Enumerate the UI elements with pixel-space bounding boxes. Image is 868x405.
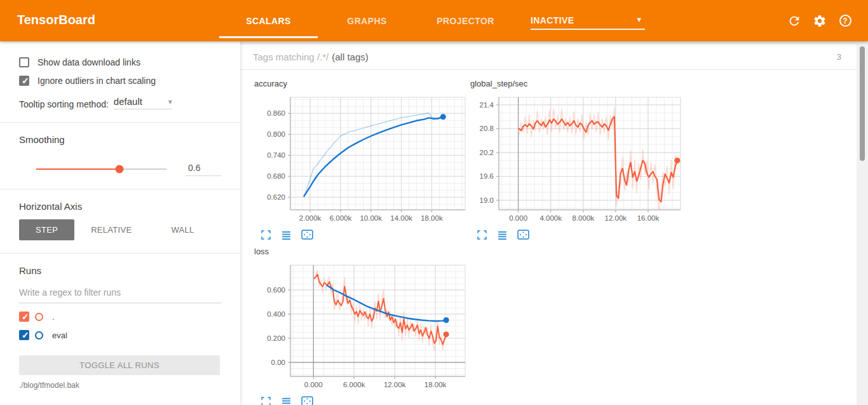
scrollbar-track[interactable] <box>857 41 868 405</box>
chevron-down-icon: ▾ <box>168 97 172 106</box>
runs-filter-input[interactable] <box>19 285 221 303</box>
svg-text:0.860: 0.860 <box>267 109 285 117</box>
svg-text:16.00k: 16.00k <box>637 214 660 222</box>
svg-text:0.000: 0.000 <box>304 381 323 388</box>
ignore-outliers-checkbox[interactable] <box>19 76 29 86</box>
svg-text:0.620: 0.620 <box>267 193 285 201</box>
chart-title: accuracy <box>254 79 470 92</box>
axis-wall-button[interactable]: WALL <box>159 219 205 240</box>
fullscreen-icon[interactable] <box>477 230 487 240</box>
tab-projector[interactable]: PROJECTOR <box>416 0 515 41</box>
svg-text:18.00k: 18.00k <box>421 214 443 222</box>
chart-global-step-sec[interactable]: 0.0004.000k8.000k12.00k16.00k19.019.620.… <box>470 92 686 227</box>
fit-domain-icon[interactable] <box>517 230 529 240</box>
slider-thumb[interactable] <box>116 165 124 173</box>
data-lines-icon[interactable] <box>281 396 292 405</box>
chart-toolbar <box>470 230 686 240</box>
chart-card-global-step: global_step/sec 0.0004.000k8.000k12.00k1… <box>470 79 686 240</box>
axis-step-button[interactable]: STEP <box>19 219 74 240</box>
tags-card: Tags matching /.*/ (all tags) 3 accuracy… <box>240 45 857 405</box>
svg-text:6.000k: 6.000k <box>330 214 352 222</box>
status-dropdown[interactable]: INACTIVE ▾ <box>531 0 645 41</box>
svg-text:6.000k: 6.000k <box>343 381 365 388</box>
show-download-links-label: Show data download links <box>37 57 140 67</box>
smoothing-value-input[interactable] <box>186 161 221 176</box>
svg-text:4.000k: 4.000k <box>539 214 562 222</box>
smoothing-slider[interactable] <box>36 165 166 174</box>
help-icon[interactable]: ? <box>837 13 853 29</box>
toggle-all-runs-button[interactable]: TOGGLE ALL RUNS <box>19 355 220 375</box>
tags-bar: Tags matching /.*/ (all tags) 3 <box>240 45 857 70</box>
chevron-down-icon: ▾ <box>637 15 641 24</box>
svg-text:19.6: 19.6 <box>480 172 494 180</box>
smoothing-heading: Smoothing <box>19 134 221 145</box>
svg-text:2.000k: 2.000k <box>299 214 322 222</box>
refresh-icon[interactable] <box>787 13 802 29</box>
chart-grid: accuracy 2.000k6.000k10.00k14.00k18.00k0… <box>240 70 857 405</box>
svg-text:0.00: 0.00 <box>271 359 285 366</box>
svg-text:0.800: 0.800 <box>267 130 285 138</box>
dropdown-underline <box>531 29 645 30</box>
data-lines-icon[interactable] <box>281 230 292 240</box>
log-directory-path: ./blog/tfmodel.bak <box>19 381 79 390</box>
svg-text:0.200: 0.200 <box>267 334 285 342</box>
show-download-links-row: Show data download links <box>19 57 221 67</box>
svg-text:14.00k: 14.00k <box>390 214 412 222</box>
chart-loss[interactable]: 0.0006.000k12.00k18.00k0.000.2000.4000.6… <box>254 260 470 394</box>
app-header: TensorBoard SCALARS GRAPHS PROJECTOR INA… <box>0 0 868 41</box>
run-dot-isolator-radio[interactable] <box>35 313 43 321</box>
svg-text:20.8: 20.8 <box>480 125 494 132</box>
fit-domain-icon[interactable] <box>301 230 313 240</box>
header-icon-group: ? <box>787 0 853 41</box>
main-content: Tags matching /.*/ (all tags) 3 accuracy… <box>240 41 868 405</box>
show-download-links-checkbox[interactable] <box>19 57 29 67</box>
run-eval-checkbox[interactable] <box>19 330 29 340</box>
chart-title: loss <box>254 247 470 260</box>
horizontal-axis-heading: Horizontal Axis <box>19 201 221 212</box>
chart-card-accuracy: accuracy 2.000k6.000k10.00k14.00k18.00k0… <box>254 79 470 240</box>
app-title: TensorBoard <box>17 13 95 27</box>
svg-text:21.4: 21.4 <box>480 101 494 109</box>
fit-domain-icon[interactable] <box>301 396 313 405</box>
tooltip-sorting-value: default <box>114 96 142 107</box>
run-dot-checkbox[interactable] <box>19 312 29 322</box>
svg-text:0.400: 0.400 <box>267 310 285 318</box>
ignore-outliers-row: Ignore outliers in chart scaling <box>19 76 221 86</box>
horizontal-axis-buttons: STEP RELATIVE WALL <box>19 219 221 240</box>
tab-bar: SCALARS GRAPHS PROJECTOR <box>219 0 515 41</box>
tooltip-sorting-row: Tooltip sorting method: default ▾ <box>19 96 221 109</box>
tag-count-badge: 3 <box>837 52 841 62</box>
all-tags-text: (all tags) <box>332 51 369 62</box>
tags-matching-text: Tags matching /.*/ <box>253 51 329 62</box>
status-dropdown-value: INACTIVE <box>531 15 574 25</box>
svg-text:10.00k: 10.00k <box>360 214 382 222</box>
settings-gear-icon[interactable] <box>812 13 827 29</box>
svg-text:12.00k: 12.00k <box>605 214 627 222</box>
tooltip-sorting-label: Tooltip sorting method: <box>19 99 109 109</box>
runs-heading: Runs <box>19 265 221 276</box>
tooltip-sorting-dropdown[interactable]: default ▾ <box>114 96 172 109</box>
svg-text:0.600: 0.600 <box>267 286 285 294</box>
svg-text:0.680: 0.680 <box>267 172 285 180</box>
svg-text:19.0: 19.0 <box>480 196 494 204</box>
settings-sidebar: Show data download links Ignore outliers… <box>0 41 240 405</box>
run-eval-label: eval <box>52 331 67 340</box>
fullscreen-icon[interactable] <box>261 230 271 240</box>
svg-text:20.2: 20.2 <box>480 149 494 156</box>
scrollbar-thumb[interactable] <box>860 46 865 161</box>
run-eval-isolator-radio[interactable] <box>35 331 43 340</box>
chart-title: global_step/sec <box>470 79 686 92</box>
axis-relative-button[interactable]: RELATIVE <box>79 219 143 240</box>
svg-text:0.740: 0.740 <box>267 151 285 159</box>
svg-text:18.00k: 18.00k <box>424 381 447 388</box>
ignore-outliers-label: Ignore outliers in chart scaling <box>37 76 156 86</box>
run-dot-label: . <box>52 312 55 322</box>
fullscreen-icon[interactable] <box>261 396 271 405</box>
svg-text:0.000: 0.000 <box>509 214 527 222</box>
data-lines-icon[interactable] <box>497 230 508 240</box>
run-row-eval: eval <box>19 330 221 340</box>
tab-scalars[interactable]: SCALARS <box>219 0 318 41</box>
tab-graphs[interactable]: GRAPHS <box>318 0 416 41</box>
chart-accuracy[interactable]: 2.000k6.000k10.00k14.00k18.00k0.6200.680… <box>254 92 470 227</box>
svg-text:12.00k: 12.00k <box>384 381 406 388</box>
